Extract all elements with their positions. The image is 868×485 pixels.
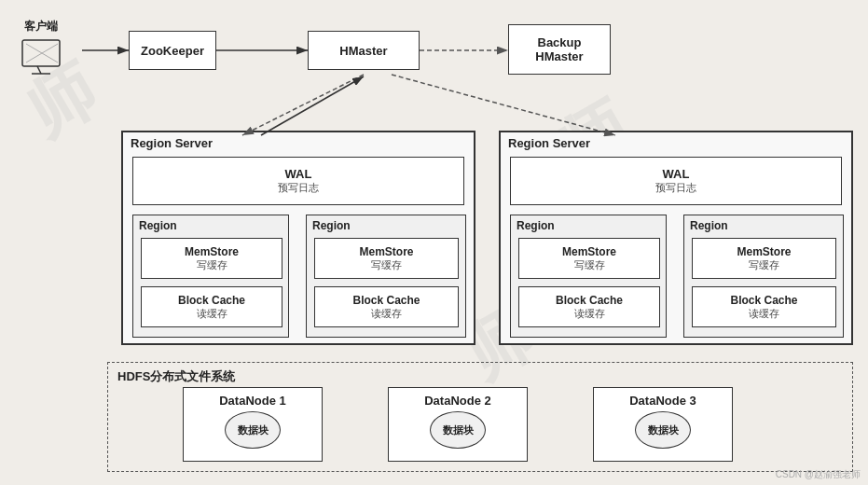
zookeeper-label: ZooKeeper [141,44,204,58]
region-right-2: Region MemStore 写缓存 Block Cache 读缓存 [683,215,844,338]
memstore-right-2: MemStore 写缓存 [692,238,836,279]
blockcache-right-1-sublabel: 读缓存 [574,307,605,321]
zookeeper-box: ZooKeeper [129,31,216,70]
svg-line-5 [242,75,364,135]
blockcache-right-1: Block Cache 读缓存 [518,286,660,327]
hmaster-label: HMaster [339,44,387,58]
svg-line-7 [261,76,364,135]
client-monitor-icon [19,38,63,76]
csdn-watermark: CSDN @赵渝强老师 [776,468,861,481]
region-server-right-label: Region Server [508,136,590,150]
memstore-left-2-sublabel: 写缓存 [371,258,402,272]
datanode-1-circle: 数据块 [225,411,281,449]
datanode-2-data: 数据块 [443,423,474,437]
hdfs-section: HDFS分布式文件系统 DataNode 1 数据块 DataNode 2 数据… [107,362,853,472]
memstore-right-2-label: MemStore [737,245,791,258]
wal-left-sublabel: 预写日志 [278,181,319,195]
blockcache-left-1-label: Block Cache [178,294,245,307]
client-label: 客户端 [9,19,73,35]
datanode-3-data: 数据块 [648,423,679,437]
memstore-left-2: MemStore 写缓存 [314,238,459,279]
datanode-1-box: DataNode 1 数据块 [183,387,323,462]
hmaster-box: HMaster [308,31,420,70]
backup-hmaster-label: Backup HMaster [535,35,583,63]
datanode-3-label: DataNode 3 [594,388,732,408]
svg-line-6 [392,75,615,135]
region-left-2-label: Region [312,219,351,232]
blockcache-left-2-label: Block Cache [352,294,420,307]
wal-right-sublabel: 预写日志 [655,181,696,195]
region-server-right: Region Server WAL 预写日志 Region MemStore 写… [499,131,853,345]
blockcache-left-2-sublabel: 读缓存 [371,307,402,321]
diagram: 师 师 师 师 客户端 [0,0,868,485]
blockcache-left-1-sublabel: 读缓存 [197,307,227,321]
hdfs-label: HDFS分布式文件系统 [117,368,235,385]
region-left-1-label: Region [139,219,177,232]
datanode-2-box: DataNode 2 数据块 [388,387,528,462]
datanode-3-container: DataNode 3 数据块 [593,387,733,462]
datanode-3-circle: 数据块 [635,411,691,449]
datanode-1-data: 数据块 [238,423,269,437]
memstore-right-2-sublabel: 写缓存 [749,258,779,272]
memstore-right-1-label: MemStore [562,245,616,258]
region-right-1-label: Region [517,219,555,232]
blockcache-right-2-label: Block Cache [730,294,797,307]
datanode-2-circle: 数据块 [430,411,486,449]
svg-line-9 [37,66,41,74]
backup-hmaster-box: Backup HMaster [508,24,611,75]
datanode-1-container: DataNode 1 数据块 [183,387,323,462]
blockcache-right-2-sublabel: 读缓存 [749,307,779,321]
wal-right: WAL 预写日志 [510,157,842,205]
datanode-2-label: DataNode 2 [389,388,527,408]
region-server-left: Region Server WAL 预写日志 Region MemStore 写… [121,131,475,345]
datanode-1-label: DataNode 1 [184,388,322,408]
svg-rect-8 [22,40,60,66]
region-left-2: Region MemStore 写缓存 Block Cache 读缓存 [306,215,466,338]
blockcache-right-1-label: Block Cache [556,294,623,307]
memstore-left-1-sublabel: 写缓存 [197,258,227,272]
datanode-3-box: DataNode 3 数据块 [593,387,733,462]
memstore-left-1: MemStore 写缓存 [141,238,282,279]
blockcache-right-2: Block Cache 读缓存 [692,286,836,327]
wal-right-label: WAL [663,167,690,181]
memstore-left-2-label: MemStore [359,245,413,258]
memstore-right-1-sublabel: 写缓存 [574,258,605,272]
memstore-left-1-label: MemStore [185,245,239,258]
memstore-right-1: MemStore 写缓存 [518,238,660,279]
region-right-1: Region MemStore 写缓存 Block Cache 读缓存 [510,215,667,338]
region-left-1: Region MemStore 写缓存 Block Cache 读缓存 [132,215,289,338]
blockcache-left-1: Block Cache 读缓存 [141,286,282,327]
region-right-2-label: Region [690,219,728,232]
blockcache-left-2: Block Cache 读缓存 [314,286,459,327]
datanode-2-container: DataNode 2 数据块 [388,387,528,462]
wal-left: WAL 预写日志 [132,157,464,205]
region-server-left-label: Region Server [131,136,213,150]
wal-left-label: WAL [285,167,312,181]
client-container: 客户端 [9,19,73,76]
